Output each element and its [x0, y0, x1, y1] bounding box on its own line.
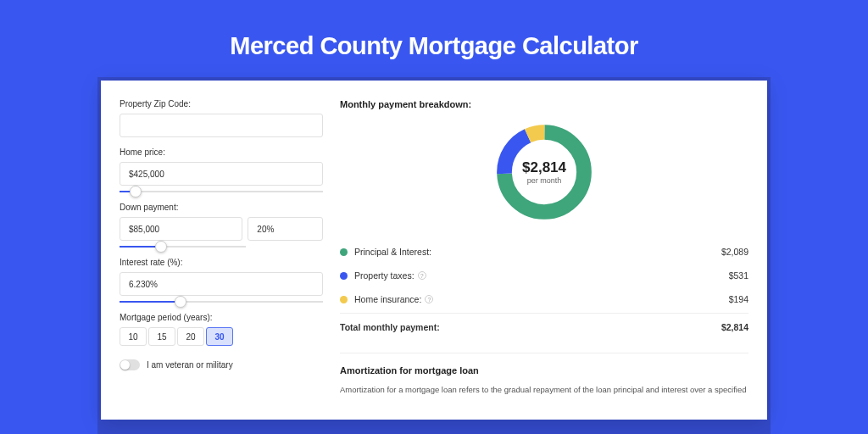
breakdown-row: Home insurance:?$194: [340, 287, 748, 311]
veteran-toggle[interactable]: [120, 359, 140, 370]
breakdown-header: Monthly payment breakdown:: [340, 99, 748, 109]
slider-thumb-icon[interactable]: [130, 186, 142, 198]
total-value: $2,814: [721, 322, 748, 332]
period-button-10[interactable]: 10: [120, 327, 147, 346]
zip-label: Property Zip Code:: [120, 99, 323, 108]
breakdown-value: $2,089: [721, 247, 748, 257]
slider-thumb-icon[interactable]: [175, 296, 186, 308]
zip-input[interactable]: [120, 114, 323, 137]
calculator-card: Property Zip Code: Home price: Down paym…: [101, 81, 767, 420]
donut-center: $2,814 per month: [522, 159, 566, 185]
breakdown-column: Monthly payment breakdown: $2,814 per mo…: [333, 81, 767, 420]
slider-thumb-icon[interactable]: [155, 241, 167, 253]
donut-chart: $2,814 per month: [340, 120, 748, 225]
period-buttons: 10152030: [120, 327, 323, 346]
page-title: Merced County Mortgage Calculator: [0, 0, 868, 81]
legend-swatch-icon: [340, 296, 348, 303]
home-price-label: Home price:: [120, 147, 323, 157]
home-price-slider[interactable]: [120, 191, 323, 192]
donut-value: $2,814: [522, 159, 566, 176]
total-label: Total monthly payment:: [340, 322, 721, 332]
amortization-section: Amortization for mortgage loan Amortizat…: [340, 353, 748, 396]
home-price-input[interactable]: [120, 162, 323, 186]
interest-field-group: Interest rate (%):: [120, 258, 323, 303]
veteran-label: I am veteran or military: [147, 360, 233, 370]
breakdown-value: $194: [729, 294, 748, 304]
down-payment-field-group: Down payment:: [120, 203, 323, 248]
period-field-group: Mortgage period (years): 10152030: [120, 313, 323, 346]
down-payment-pct-input[interactable]: [248, 217, 323, 241]
period-button-15[interactable]: 15: [148, 327, 175, 346]
amortization-text: Amortization for a mortgage loan refers …: [340, 384, 748, 396]
info-icon[interactable]: ?: [425, 295, 433, 303]
down-payment-slider[interactable]: [120, 246, 246, 248]
breakdown-value: $531: [729, 270, 748, 281]
form-column: Property Zip Code: Home price: Down paym…: [101, 81, 333, 420]
period-label: Mortgage period (years):: [120, 313, 323, 322]
breakdown-label: Home insurance:?: [354, 294, 729, 304]
breakdown-row: Principal & Interest:$2,089: [340, 240, 748, 264]
veteran-row: I am veteran or military: [120, 359, 323, 370]
breakdown-label: Principal & Interest:: [354, 247, 721, 257]
down-payment-label: Down payment:: [120, 203, 323, 212]
interest-label: Interest rate (%):: [120, 258, 323, 267]
total-row: Total monthly payment: $2,814: [340, 313, 748, 339]
info-icon[interactable]: ?: [418, 271, 426, 280]
interest-slider[interactable]: [120, 301, 323, 303]
period-button-20[interactable]: 20: [177, 327, 204, 346]
amortization-title: Amortization for mortgage loan: [340, 365, 748, 376]
home-price-field-group: Home price:: [120, 147, 323, 192]
period-button-30[interactable]: 30: [206, 327, 233, 346]
legend-swatch-icon: [340, 248, 348, 256]
interest-input[interactable]: [120, 272, 323, 296]
down-payment-amount-input[interactable]: [120, 217, 242, 241]
breakdown-label: Property taxes:?: [354, 270, 729, 281]
zip-field-group: Property Zip Code:: [120, 99, 323, 137]
breakdown-row: Property taxes:?$531: [340, 264, 748, 287]
legend-swatch-icon: [340, 272, 348, 280]
donut-label: per month: [522, 176, 566, 185]
